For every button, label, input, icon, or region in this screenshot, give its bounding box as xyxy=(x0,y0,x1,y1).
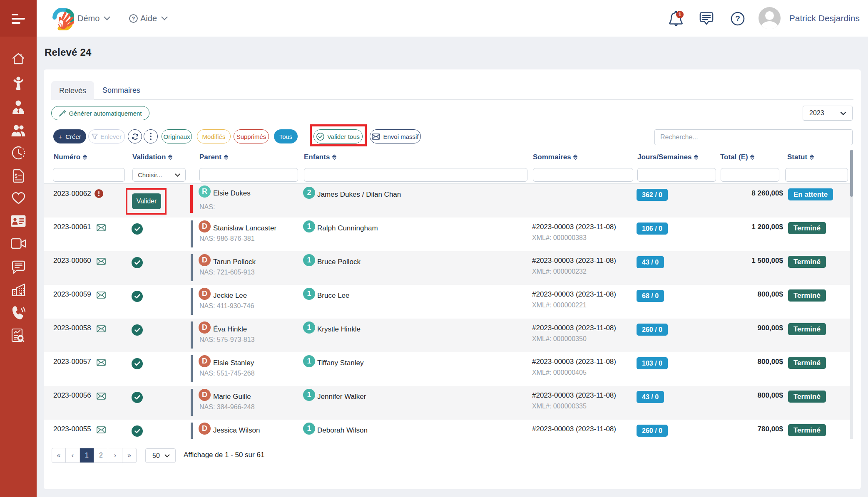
svg-text:?: ? xyxy=(132,15,135,22)
svg-text:1: 1 xyxy=(679,12,681,17)
svg-text:?: ? xyxy=(735,14,740,23)
